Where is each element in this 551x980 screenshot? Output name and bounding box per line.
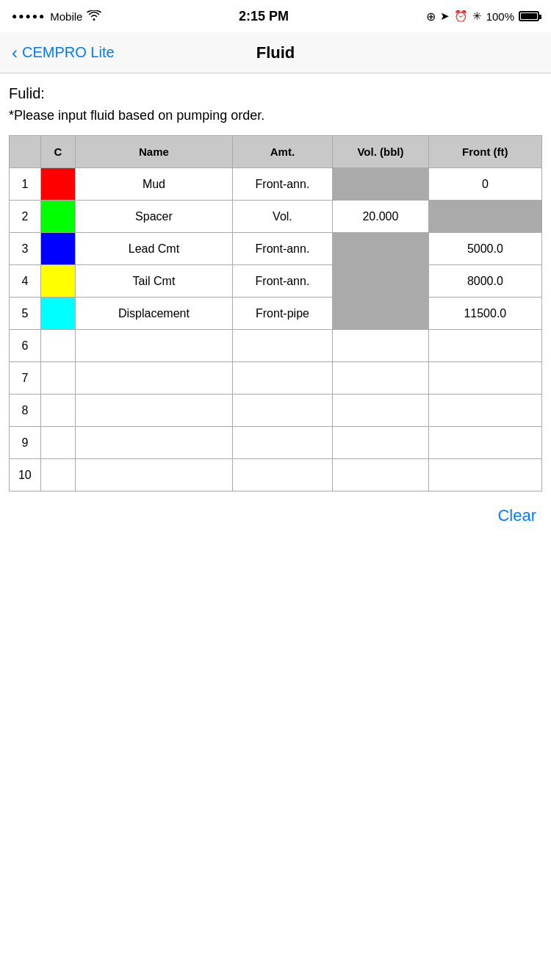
table-header: C Name Amt. Vol. (bbl) Front (ft)	[10, 136, 542, 168]
row-amt[interactable]: Front-pipe	[232, 298, 332, 330]
signal-dots: ●●●●●	[12, 11, 46, 21]
row-vol[interactable]	[333, 233, 429, 265]
row-name[interactable]	[76, 362, 233, 394]
row-front[interactable]: 5000.0	[428, 233, 541, 265]
row-vol[interactable]	[333, 265, 429, 298]
row-name[interactable]: Spacer	[76, 201, 233, 233]
clear-button-row: Clear	[9, 491, 542, 525]
header-num	[10, 136, 41, 168]
row-num: 8	[10, 394, 41, 427]
row-num: 9	[10, 427, 41, 459]
row-name[interactable]: Lead Cmt	[76, 233, 233, 265]
row-name[interactable]	[76, 330, 233, 362]
battery-icon	[519, 11, 539, 21]
row-front[interactable]	[428, 427, 541, 459]
header-front: Front (ft)	[428, 136, 541, 168]
row-amt[interactable]: Front-ann.	[232, 265, 332, 298]
row-front[interactable]	[428, 201, 541, 233]
row-amt[interactable]: Front-ann.	[232, 168, 332, 201]
back-label: CEMPRO Lite	[22, 44, 115, 61]
row-amt[interactable]	[232, 330, 332, 362]
row-color[interactable]	[40, 298, 75, 330]
row-num: 1	[10, 168, 41, 201]
row-amt[interactable]	[232, 459, 332, 491]
back-button[interactable]: ‹ CEMPRO Lite	[12, 44, 115, 62]
table-row[interactable]: 9	[10, 427, 542, 459]
status-left: ●●●●● Mobile	[12, 10, 101, 23]
row-front[interactable]	[428, 459, 541, 491]
chevron-left-icon: ‹	[12, 44, 18, 62]
row-num: 4	[10, 265, 41, 298]
row-color[interactable]	[40, 168, 75, 201]
status-time: 2:15 PM	[239, 9, 289, 24]
row-front[interactable]: 0	[428, 168, 541, 201]
table-row[interactable]: 2SpacerVol.20.000	[10, 201, 542, 233]
table-row[interactable]: 1MudFront-ann.0	[10, 168, 542, 201]
row-vol[interactable]	[333, 427, 429, 459]
row-name[interactable]	[76, 427, 233, 459]
header-c: C	[40, 136, 75, 168]
row-front[interactable]	[428, 330, 541, 362]
row-vol[interactable]	[333, 362, 429, 394]
row-name[interactable]	[76, 459, 233, 491]
row-num: 2	[10, 201, 41, 233]
row-amt[interactable]	[232, 362, 332, 394]
row-color	[40, 394, 75, 427]
carrier-label: Mobile	[50, 10, 82, 23]
content-area: Fulid: *Please input fluid based on pump…	[0, 73, 551, 525]
row-num: 7	[10, 362, 41, 394]
row-color	[40, 362, 75, 394]
row-front[interactable]	[428, 394, 541, 427]
table-row[interactable]: 3Lead CmtFront-ann.5000.0	[10, 233, 542, 265]
table-row[interactable]: 6	[10, 330, 542, 362]
table-row[interactable]: 10	[10, 459, 542, 491]
fluid-note: *Please input fluid based on pumping ord…	[9, 108, 542, 123]
row-color[interactable]	[40, 233, 75, 265]
row-color[interactable]	[40, 201, 75, 233]
row-num: 3	[10, 233, 41, 265]
header-vol: Vol. (bbl)	[333, 136, 429, 168]
row-vol[interactable]	[333, 394, 429, 427]
row-vol[interactable]	[333, 298, 429, 330]
account-icon: ⊕	[426, 10, 436, 24]
row-num: 6	[10, 330, 41, 362]
row-name[interactable]: Tail Cmt	[76, 265, 233, 298]
bluetooth-icon: ✳	[472, 10, 482, 23]
nav-bar: ‹ CEMPRO Lite Fluid	[0, 32, 551, 73]
header-amt: Amt.	[232, 136, 332, 168]
table-row[interactable]: 5DisplacementFront-pipe11500.0	[10, 298, 542, 330]
row-front[interactable]	[428, 362, 541, 394]
fluid-table: C Name Amt. Vol. (bbl) Front (ft) 1MudFr…	[9, 135, 542, 491]
clear-button[interactable]: Clear	[497, 506, 536, 525]
row-amt[interactable]	[232, 427, 332, 459]
status-right: ⊕ ➤ ⏰ ✳ 100%	[426, 10, 539, 24]
wifi-icon	[87, 10, 101, 23]
row-amt[interactable]: Vol.	[232, 201, 332, 233]
row-amt[interactable]	[232, 394, 332, 427]
row-num: 5	[10, 298, 41, 330]
row-amt[interactable]: Front-ann.	[232, 233, 332, 265]
fluid-label: Fulid:	[9, 85, 542, 102]
table-row[interactable]: 7	[10, 362, 542, 394]
table-row[interactable]: 4Tail CmtFront-ann.8000.0	[10, 265, 542, 298]
row-name[interactable]: Displacement	[76, 298, 233, 330]
alarm-icon: ⏰	[454, 10, 468, 23]
row-front[interactable]: 11500.0	[428, 298, 541, 330]
row-vol[interactable]: 20.000	[333, 201, 429, 233]
row-front[interactable]: 8000.0	[428, 265, 541, 298]
page-title: Fluid	[256, 43, 295, 62]
row-vol[interactable]	[333, 330, 429, 362]
table-body: 1MudFront-ann.02SpacerVol.20.0003Lead Cm…	[10, 168, 542, 491]
status-bar: ●●●●● Mobile 2:15 PM ⊕ ➤ ⏰ ✳ 100%	[0, 0, 551, 32]
row-color	[40, 427, 75, 459]
row-name[interactable]: Mud	[76, 168, 233, 201]
row-color[interactable]	[40, 265, 75, 298]
header-name: Name	[76, 136, 233, 168]
table-row[interactable]: 8	[10, 394, 542, 427]
row-vol[interactable]	[333, 459, 429, 491]
row-color	[40, 459, 75, 491]
row-vol[interactable]	[333, 168, 429, 201]
battery-percent: 100%	[486, 10, 514, 23]
row-name[interactable]	[76, 394, 233, 427]
location-icon: ➤	[440, 10, 450, 23]
